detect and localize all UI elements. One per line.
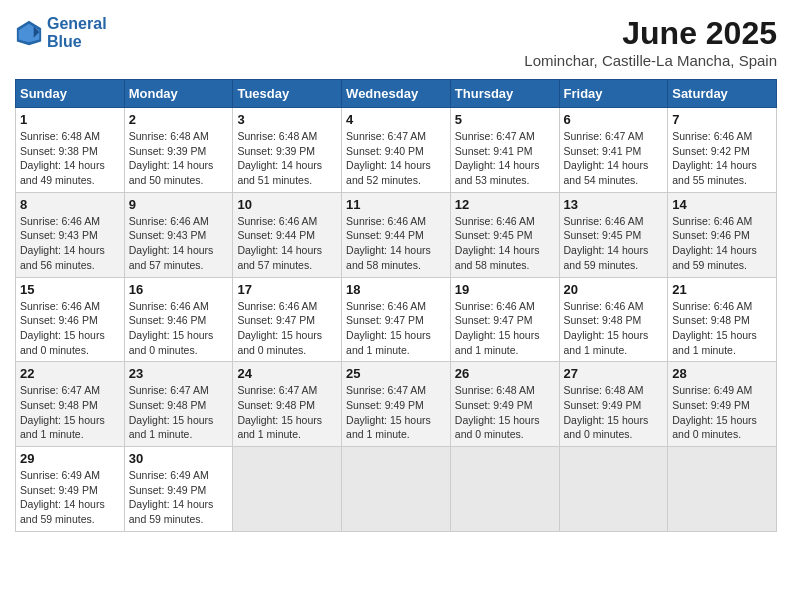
calendar-day: 16Sunrise: 6:46 AMSunset: 9:46 PMDayligh… — [124, 277, 233, 362]
calendar-day: 1Sunrise: 6:48 AMSunset: 9:38 PMDaylight… — [16, 108, 125, 193]
calendar-day — [668, 447, 777, 532]
calendar-day: 15Sunrise: 6:46 AMSunset: 9:46 PMDayligh… — [16, 277, 125, 362]
calendar-day: 14Sunrise: 6:46 AMSunset: 9:46 PMDayligh… — [668, 192, 777, 277]
calendar-day: 13Sunrise: 6:46 AMSunset: 9:45 PMDayligh… — [559, 192, 668, 277]
logo-text: General Blue — [47, 15, 107, 50]
calendar-day: 17Sunrise: 6:46 AMSunset: 9:47 PMDayligh… — [233, 277, 342, 362]
weekday-header: Wednesday — [342, 80, 451, 108]
calendar-day: 30Sunrise: 6:49 AMSunset: 9:49 PMDayligh… — [124, 447, 233, 532]
logo-icon — [15, 19, 43, 47]
calendar-table: SundayMondayTuesdayWednesdayThursdayFrid… — [15, 79, 777, 532]
calendar-day: 4Sunrise: 6:47 AMSunset: 9:40 PMDaylight… — [342, 108, 451, 193]
calendar-day: 18Sunrise: 6:46 AMSunset: 9:47 PMDayligh… — [342, 277, 451, 362]
calendar-day: 22Sunrise: 6:47 AMSunset: 9:48 PMDayligh… — [16, 362, 125, 447]
calendar-day: 27Sunrise: 6:48 AMSunset: 9:49 PMDayligh… — [559, 362, 668, 447]
calendar-day: 12Sunrise: 6:46 AMSunset: 9:45 PMDayligh… — [450, 192, 559, 277]
calendar-day: 7Sunrise: 6:46 AMSunset: 9:42 PMDaylight… — [668, 108, 777, 193]
calendar-day — [233, 447, 342, 532]
calendar-week-row: 1Sunrise: 6:48 AMSunset: 9:38 PMDaylight… — [16, 108, 777, 193]
weekday-header: Friday — [559, 80, 668, 108]
weekday-header: Saturday — [668, 80, 777, 108]
weekday-header: Sunday — [16, 80, 125, 108]
header: General Blue June 2025 Lominchar, Castil… — [15, 15, 777, 69]
calendar-day: 19Sunrise: 6:46 AMSunset: 9:47 PMDayligh… — [450, 277, 559, 362]
logo: General Blue — [15, 15, 107, 50]
calendar-day: 20Sunrise: 6:46 AMSunset: 9:48 PMDayligh… — [559, 277, 668, 362]
calendar-day: 3Sunrise: 6:48 AMSunset: 9:39 PMDaylight… — [233, 108, 342, 193]
calendar-day: 24Sunrise: 6:47 AMSunset: 9:48 PMDayligh… — [233, 362, 342, 447]
calendar-day: 21Sunrise: 6:46 AMSunset: 9:48 PMDayligh… — [668, 277, 777, 362]
calendar-day: 9Sunrise: 6:46 AMSunset: 9:43 PMDaylight… — [124, 192, 233, 277]
calendar-day: 6Sunrise: 6:47 AMSunset: 9:41 PMDaylight… — [559, 108, 668, 193]
weekday-header: Monday — [124, 80, 233, 108]
calendar-week-row: 22Sunrise: 6:47 AMSunset: 9:48 PMDayligh… — [16, 362, 777, 447]
location-subtitle: Lominchar, Castille-La Mancha, Spain — [524, 52, 777, 69]
calendar-day: 23Sunrise: 6:47 AMSunset: 9:48 PMDayligh… — [124, 362, 233, 447]
weekday-header: Thursday — [450, 80, 559, 108]
calendar-day: 5Sunrise: 6:47 AMSunset: 9:41 PMDaylight… — [450, 108, 559, 193]
calendar-header-row: SundayMondayTuesdayWednesdayThursdayFrid… — [16, 80, 777, 108]
calendar-day — [342, 447, 451, 532]
calendar-day: 8Sunrise: 6:46 AMSunset: 9:43 PMDaylight… — [16, 192, 125, 277]
calendar-day: 25Sunrise: 6:47 AMSunset: 9:49 PMDayligh… — [342, 362, 451, 447]
calendar-day: 28Sunrise: 6:49 AMSunset: 9:49 PMDayligh… — [668, 362, 777, 447]
weekday-header: Tuesday — [233, 80, 342, 108]
calendar-day: 2Sunrise: 6:48 AMSunset: 9:39 PMDaylight… — [124, 108, 233, 193]
calendar-week-row: 15Sunrise: 6:46 AMSunset: 9:46 PMDayligh… — [16, 277, 777, 362]
calendar-week-row: 29Sunrise: 6:49 AMSunset: 9:49 PMDayligh… — [16, 447, 777, 532]
month-title: June 2025 — [524, 15, 777, 52]
title-area: June 2025 Lominchar, Castille-La Mancha,… — [524, 15, 777, 69]
calendar-day — [559, 447, 668, 532]
calendar-day: 29Sunrise: 6:49 AMSunset: 9:49 PMDayligh… — [16, 447, 125, 532]
calendar-week-row: 8Sunrise: 6:46 AMSunset: 9:43 PMDaylight… — [16, 192, 777, 277]
calendar-day — [450, 447, 559, 532]
calendar-day: 10Sunrise: 6:46 AMSunset: 9:44 PMDayligh… — [233, 192, 342, 277]
calendar-day: 26Sunrise: 6:48 AMSunset: 9:49 PMDayligh… — [450, 362, 559, 447]
calendar-day: 11Sunrise: 6:46 AMSunset: 9:44 PMDayligh… — [342, 192, 451, 277]
